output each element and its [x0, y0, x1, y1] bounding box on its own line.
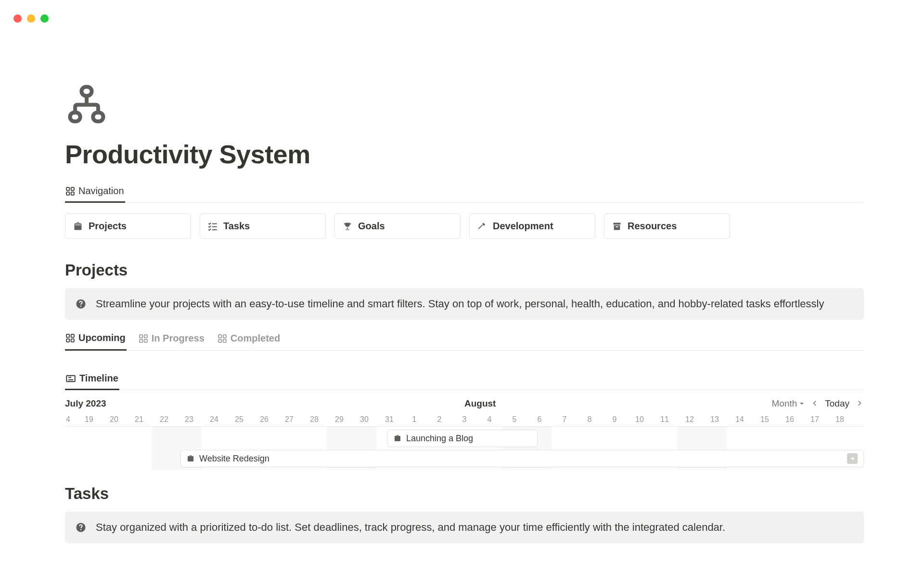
svg-rect-5: [66, 192, 69, 195]
card-resources[interactable]: Resources: [604, 213, 730, 239]
tasks-heading: Tasks: [65, 485, 864, 503]
timeline-scale-label: Month: [771, 398, 797, 409]
nav-cards: Projects Tasks Goals Development Resourc…: [65, 213, 864, 239]
timeline-day: 27: [277, 415, 302, 424]
projects-callout-text: Streamline your projects with an easy-to…: [96, 298, 824, 310]
timeline-tabs: Timeline: [65, 373, 864, 390]
help-icon: [76, 299, 86, 309]
grid-icon: [218, 334, 227, 343]
maximize-window-button[interactable]: [40, 14, 49, 23]
timeline-prev-button[interactable]: [810, 397, 819, 410]
timeline-day: 21: [127, 415, 152, 424]
svg-rect-8: [614, 225, 620, 230]
timeline-day: 28: [302, 415, 327, 424]
view-tab-completed[interactable]: Completed: [217, 332, 281, 350]
timeline-bar-label: Website Redesign: [199, 454, 270, 464]
sitemap-icon: [65, 84, 108, 125]
grid-icon: [66, 334, 75, 342]
timeline-controls: Month Today: [771, 397, 864, 410]
tab-timeline-label: Timeline: [79, 373, 118, 384]
briefcase-icon: [73, 222, 83, 231]
timeline-day: 26: [252, 415, 277, 424]
timeline-bar-website-redesign[interactable]: Website Redesign: [180, 450, 864, 467]
timeline-day: 20: [102, 415, 127, 424]
svg-rect-18: [140, 339, 142, 342]
timeline-day: 3: [452, 415, 477, 424]
timeline-day: 11: [652, 415, 677, 424]
timeline-scale-select[interactable]: Month: [771, 398, 805, 409]
timeline-day: 30: [352, 415, 377, 424]
svg-rect-12: [66, 334, 69, 337]
hammer-icon: [477, 222, 487, 231]
close-window-button[interactable]: [13, 14, 22, 23]
window-controls: [13, 14, 49, 23]
card-goals[interactable]: Goals: [334, 213, 461, 239]
arrow-right-icon: [849, 456, 855, 461]
svg-rect-16: [140, 335, 142, 338]
page-title: Productivity System: [65, 139, 864, 169]
svg-rect-22: [218, 339, 221, 342]
timeline-day: 1: [402, 415, 427, 424]
timeline-day: 13: [702, 415, 727, 424]
svg-rect-14: [66, 339, 69, 342]
svg-rect-3: [66, 187, 69, 190]
tab-timeline[interactable]: Timeline: [65, 373, 119, 390]
card-projects[interactable]: Projects: [65, 213, 191, 239]
tasks-callout: Stay organized with a prioritized to-do …: [65, 512, 864, 543]
timeline-day: 23: [177, 415, 202, 424]
timeline-day: 31: [377, 415, 402, 424]
timeline-day: 12: [677, 415, 702, 424]
timeline-next-button[interactable]: [855, 397, 864, 410]
svg-rect-7: [614, 223, 621, 224]
svg-rect-13: [71, 334, 74, 337]
timeline-day: 6: [527, 415, 552, 424]
timeline-day: 17: [802, 415, 827, 424]
chevron-left-icon: [811, 400, 818, 407]
timeline-month-1: July 2023: [65, 398, 106, 409]
svg-point-26: [80, 529, 81, 530]
timeline-body[interactable]: Launching a Blog Website Redesign: [65, 427, 864, 470]
projects-view-tabs: Upcoming In Progress Completed: [65, 332, 864, 351]
grid-icon: [139, 334, 148, 343]
navigation-tabs: Navigation: [65, 185, 864, 203]
checklist-icon: [208, 222, 218, 231]
svg-rect-4: [71, 187, 74, 190]
timeline-day: 10: [627, 415, 652, 424]
card-projects-label: Projects: [89, 221, 127, 232]
card-tasks[interactable]: Tasks: [200, 213, 326, 239]
card-tasks-label: Tasks: [223, 221, 250, 232]
svg-rect-17: [144, 335, 147, 338]
briefcase-icon: [187, 455, 194, 462]
svg-rect-21: [223, 335, 226, 338]
trophy-icon: [343, 222, 352, 231]
card-development[interactable]: Development: [469, 213, 595, 239]
view-tab-upcoming[interactable]: Upcoming: [65, 332, 127, 351]
projects-heading: Projects: [65, 261, 864, 279]
tasks-callout-text: Stay organized with a prioritized to-do …: [96, 521, 725, 534]
timeline-bar-launching-blog[interactable]: Launching a Blog: [387, 430, 538, 447]
card-resources-label: Resources: [628, 221, 677, 232]
timeline-month-2: August: [464, 398, 496, 409]
card-development-label: Development: [493, 221, 553, 232]
tab-navigation-label: Navigation: [78, 185, 124, 197]
card-goals-label: Goals: [358, 221, 385, 232]
timeline-day: 2: [427, 415, 452, 424]
svg-rect-15: [71, 339, 74, 342]
minimize-window-button[interactable]: [27, 14, 35, 23]
view-tab-in-progress-label: In Progress: [152, 333, 205, 344]
help-icon: [76, 522, 86, 533]
tab-navigation[interactable]: Navigation: [65, 185, 125, 203]
timeline-day: 24: [202, 415, 227, 424]
timeline-today-button[interactable]: Today: [825, 398, 849, 409]
timeline-day: 16: [777, 415, 802, 424]
page-icon: [65, 84, 864, 127]
chevron-down-icon: [799, 401, 805, 407]
view-tab-in-progress[interactable]: In Progress: [138, 332, 205, 350]
svg-rect-19: [144, 339, 147, 342]
view-tab-upcoming-label: Upcoming: [78, 332, 126, 343]
timeline-day: 22: [152, 415, 177, 424]
timeline-day: 9: [602, 415, 627, 424]
chevron-right-icon: [856, 400, 863, 407]
timeline-day: 19: [77, 415, 102, 424]
timeline-day: 7: [552, 415, 577, 424]
